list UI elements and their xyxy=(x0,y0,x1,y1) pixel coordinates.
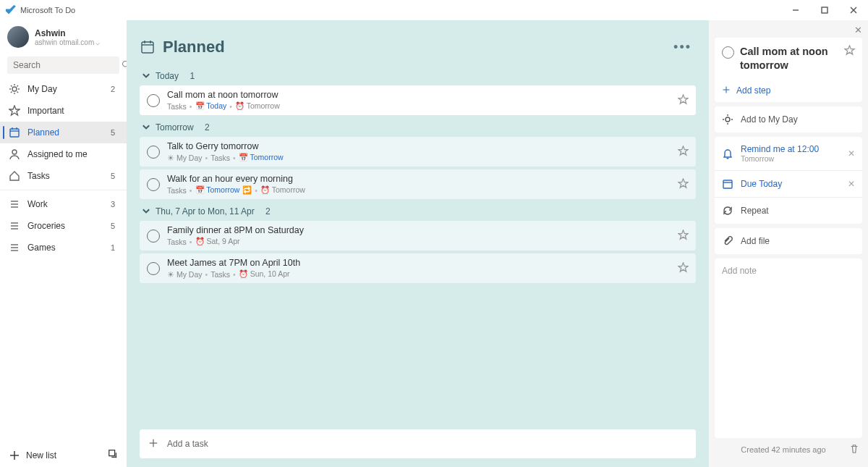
more-button[interactable]: ••• xyxy=(673,40,696,55)
svg-rect-31 xyxy=(109,450,115,456)
new-list-button[interactable]: New list xyxy=(26,450,56,460)
task-title: Walk for an hour every morning xyxy=(167,174,671,184)
calendar-icon xyxy=(722,178,733,190)
star-icon[interactable] xyxy=(844,45,855,58)
group-header[interactable]: Today 1 xyxy=(140,67,696,85)
detail-title[interactable]: Call mom at noon tomorrow xyxy=(740,45,838,72)
add-task-label: Add a task xyxy=(167,439,208,449)
search-input[interactable] xyxy=(13,60,122,70)
sidebar-label: Planned xyxy=(27,127,59,138)
sidebar-item-assigned[interactable]: Assigned to me xyxy=(0,143,127,165)
svg-line-11 xyxy=(11,85,12,87)
task-row[interactable]: Meet James at 7PM on April 10th☀ My Day … xyxy=(140,253,696,283)
task-row[interactable]: Walk for an hour every morningTasks • 📅 … xyxy=(140,169,696,199)
new-group-icon[interactable] xyxy=(108,449,118,461)
close-detail-button[interactable]: ✕ xyxy=(854,25,862,35)
add-file-button[interactable]: Add file xyxy=(715,228,862,254)
sidebar-item-list[interactable]: Work3 xyxy=(0,193,127,215)
sidebar-label: Tasks xyxy=(27,171,50,181)
star-icon xyxy=(9,105,20,117)
repeat-icon xyxy=(722,205,733,216)
plus-icon xyxy=(9,450,20,461)
main-pane: Planned ••• Today 1Call mom at noon tomo… xyxy=(127,20,709,467)
task-checkbox[interactable] xyxy=(147,146,160,159)
sidebar-label: Work xyxy=(27,199,48,209)
sidebar-item-list[interactable]: Groceries5 xyxy=(0,215,127,237)
sidebar-label: Groceries xyxy=(27,221,65,231)
task-checkbox[interactable] xyxy=(147,262,160,275)
task-row[interactable]: Talk to Gerry tomorrow☀ My Day • Tasks •… xyxy=(140,137,696,167)
calendar-icon xyxy=(9,127,20,138)
task-meta: ☀ My Day • Tasks • 📅 Tomorrow xyxy=(167,153,671,162)
created-label: Created 42 minutes ago xyxy=(741,445,825,454)
task-row[interactable]: Family dinner at 8PM on SaturdayTasks • … xyxy=(140,221,696,251)
svg-point-19 xyxy=(12,150,17,154)
search-box[interactable] xyxy=(7,56,119,74)
sidebar-count: 1 xyxy=(111,243,118,252)
sidebar-item-list[interactable]: Games1 xyxy=(0,237,127,258)
svg-line-12 xyxy=(17,92,19,93)
person-icon xyxy=(9,148,20,160)
chevron-down-icon xyxy=(141,71,151,81)
bell-icon xyxy=(722,148,733,159)
star-icon[interactable] xyxy=(678,230,689,243)
profile[interactable]: Ashwin ashwin otmail.com⌵ xyxy=(0,23,127,52)
calendar-icon xyxy=(140,39,156,55)
sidebar-count: 5 xyxy=(111,128,118,137)
chevron-down-icon xyxy=(141,122,151,132)
reminder-row[interactable]: Remind me at 12:00 Tomorrow ✕ xyxy=(715,137,862,170)
task-checkbox[interactable] xyxy=(147,178,160,191)
svg-point-6 xyxy=(12,87,17,91)
delete-task-button[interactable] xyxy=(849,444,859,455)
list-icon xyxy=(9,198,20,210)
sidebar: Ashwin ashwin otmail.com⌵ My Day 2 Impor… xyxy=(0,20,127,467)
close-window-button[interactable] xyxy=(839,0,868,20)
plus-icon xyxy=(722,85,731,96)
chevron-down-icon xyxy=(141,206,151,216)
task-title: Call mom at noon tomorrow xyxy=(167,90,671,100)
add-to-myday-button[interactable]: Add to My Day xyxy=(715,106,862,132)
task-checkbox[interactable] xyxy=(147,230,160,243)
svg-rect-1 xyxy=(822,7,827,13)
task-checkbox[interactable] xyxy=(722,46,734,59)
add-task-input[interactable]: Add a task xyxy=(140,429,696,458)
note-input[interactable]: Add note xyxy=(715,258,862,438)
sidebar-count: 5 xyxy=(111,222,118,230)
titlebar: Microsoft To Do xyxy=(0,0,868,20)
sidebar-item-important[interactable]: Important xyxy=(0,100,127,122)
group-header[interactable]: Thu, 7 Apr to Mon, 11 Apr 2 xyxy=(140,202,696,221)
profile-name: Ashwin xyxy=(35,28,100,38)
profile-email: ashwin otmail.com⌵ xyxy=(35,38,100,46)
star-icon[interactable] xyxy=(678,178,689,191)
star-icon[interactable] xyxy=(678,146,689,159)
svg-rect-47 xyxy=(723,180,732,188)
sidebar-item-planned[interactable]: Planned 5 xyxy=(0,122,127,143)
app-title: Microsoft To Do xyxy=(20,6,75,14)
sun-icon xyxy=(722,114,733,125)
remove-reminder-button[interactable]: ✕ xyxy=(848,148,855,159)
due-row[interactable]: Due Today ✕ xyxy=(715,171,862,197)
paperclip-icon xyxy=(722,235,733,247)
list-icon xyxy=(9,220,20,232)
sidebar-label: Assigned to me xyxy=(27,149,88,159)
sidebar-item-myday[interactable]: My Day 2 xyxy=(0,78,127,100)
page-title: Planned xyxy=(163,38,225,56)
task-row[interactable]: Call mom at noon tomorrowTasks • 📅 Today… xyxy=(140,85,696,115)
task-title: Meet James at 7PM on April 10th xyxy=(167,258,671,268)
list-icon xyxy=(9,242,20,253)
svg-point-42 xyxy=(726,117,730,122)
star-icon[interactable] xyxy=(678,94,689,107)
svg-line-13 xyxy=(11,92,12,93)
sidebar-count: 3 xyxy=(111,200,118,209)
group-header[interactable]: Tomorrow 2 xyxy=(140,118,696,137)
maximize-button[interactable] xyxy=(810,0,839,20)
app-logo-icon xyxy=(6,5,16,15)
task-title: Talk to Gerry tomorrow xyxy=(167,141,671,151)
add-step-button[interactable]: Add step xyxy=(715,80,862,102)
task-checkbox[interactable] xyxy=(147,94,160,107)
repeat-row[interactable]: Repeat xyxy=(715,198,862,224)
star-icon[interactable] xyxy=(678,262,689,275)
sidebar-item-tasks[interactable]: Tasks 5 xyxy=(0,165,127,187)
remove-due-button[interactable]: ✕ xyxy=(848,179,855,189)
minimize-button[interactable] xyxy=(781,0,810,20)
